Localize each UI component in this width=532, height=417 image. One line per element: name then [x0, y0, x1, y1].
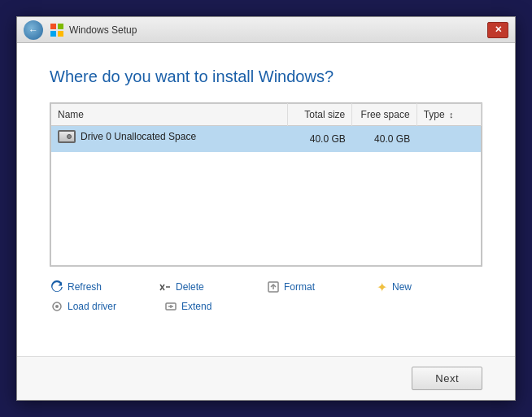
actions-area: Refresh Delete — [50, 280, 482, 314]
bottom-bar: Next — [17, 356, 515, 400]
svg-point-10 — [55, 305, 59, 308]
new-label: New — [392, 281, 412, 293]
svg-rect-0 — [50, 24, 56, 29]
titlebar: ← Windows Setup ✕ — [17, 17, 515, 43]
refresh-icon — [50, 280, 64, 294]
svg-rect-1 — [58, 24, 63, 29]
refresh-button[interactable]: Refresh — [50, 280, 158, 294]
col-header-free-space: Free space — [352, 104, 416, 126]
new-star-icon: ✦ — [374, 280, 389, 294]
disk-table: Name Total size Free space Type ↕ Drive — [50, 103, 482, 266]
disk-name-label: Drive 0 Unallocated Space — [81, 131, 196, 142]
next-button[interactable]: Next — [412, 367, 482, 390]
action-row-2: Load driver Extend — [50, 299, 482, 314]
table-row[interactable]: Drive 0 Unallocated Space 40.0 GB 40.0 G… — [51, 126, 482, 152]
close-button[interactable]: ✕ — [487, 22, 508, 38]
action-row-1: Refresh Delete — [50, 280, 482, 294]
format-button[interactable]: Format — [266, 280, 374, 294]
disk-table-wrapper: Name Total size Free space Type ↕ Drive — [50, 102, 482, 267]
disk-free-space-cell: 40.0 GB — [352, 126, 416, 152]
refresh-label: Refresh — [68, 281, 102, 293]
load-driver-button[interactable]: Load driver — [50, 299, 164, 314]
windows-setup-icon — [50, 23, 64, 37]
sort-cursor-icon: ↕ — [449, 110, 454, 119]
svg-rect-3 — [58, 31, 63, 37]
table-header-row: Name Total size Free space Type ↕ — [51, 104, 482, 126]
disk-total-size-cell: 40.0 GB — [287, 126, 351, 152]
delete-icon — [158, 280, 172, 294]
new-button[interactable]: ✦ New — [374, 280, 482, 294]
window: ← Windows Setup ✕ Where do you want to i… — [16, 16, 516, 401]
disk-type-cell — [416, 126, 481, 152]
window-title: Windows Setup — [69, 24, 487, 36]
page-title: Where do you want to install Windows? — [50, 67, 482, 86]
extend-icon — [164, 299, 178, 314]
load-driver-icon — [50, 299, 64, 314]
empty-row — [51, 152, 482, 266]
extend-label: Extend — [181, 301, 211, 312]
delete-label: Delete — [176, 281, 204, 293]
col-header-type: Type ↕ — [416, 104, 481, 126]
load-driver-label: Load driver — [68, 301, 116, 312]
svg-rect-2 — [50, 31, 56, 37]
format-label: Format — [284, 281, 315, 293]
content-area: Where do you want to install Windows? Na… — [17, 43, 515, 356]
disk-name-cell: Drive 0 Unallocated Space — [51, 126, 287, 147]
col-header-total-size: Total size — [287, 104, 351, 126]
disk-drive-icon — [58, 130, 76, 143]
delete-button[interactable]: Delete — [158, 280, 266, 294]
col-header-name: Name — [51, 104, 288, 126]
extend-button[interactable]: Extend — [164, 299, 277, 314]
back-button[interactable]: ← — [24, 20, 43, 40]
format-icon — [266, 280, 281, 294]
